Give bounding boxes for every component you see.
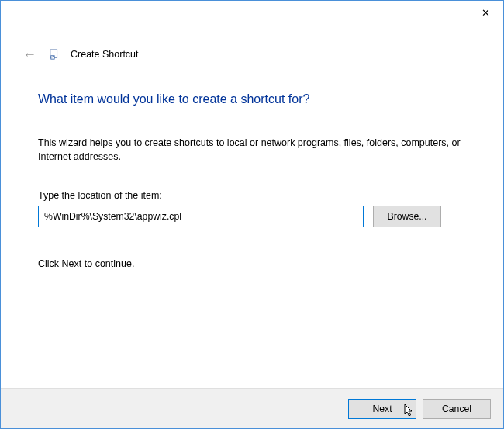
wizard-title: Create Shortcut <box>71 49 139 60</box>
cancel-button[interactable]: Cancel <box>423 399 491 419</box>
wizard-footer: Next Cancel <box>1 388 503 428</box>
next-button[interactable]: Next <box>348 399 416 419</box>
location-label: Type the location of the item: <box>38 190 468 201</box>
wizard-content: What item would you like to create a sho… <box>1 64 503 388</box>
close-icon: ✕ <box>482 7 490 19</box>
shortcut-app-icon <box>49 48 61 61</box>
close-button[interactable]: ✕ <box>468 1 503 24</box>
location-row: Browse... <box>38 206 468 227</box>
continue-hint: Click Next to continue. <box>38 258 468 269</box>
wizard-header: ← Create Shortcut <box>1 40 503 64</box>
browse-button[interactable]: Browse... <box>373 206 441 227</box>
location-input[interactable] <box>38 206 364 227</box>
wizard-description: This wizard helps you to create shortcut… <box>38 136 468 164</box>
page-heading: What item would you like to create a sho… <box>38 92 468 106</box>
back-arrow-icon[interactable]: ← <box>19 44 40 64</box>
titlebar: ✕ <box>1 1 503 26</box>
create-shortcut-window: ✕ ← Create Shortcut What item would you … <box>0 0 504 429</box>
